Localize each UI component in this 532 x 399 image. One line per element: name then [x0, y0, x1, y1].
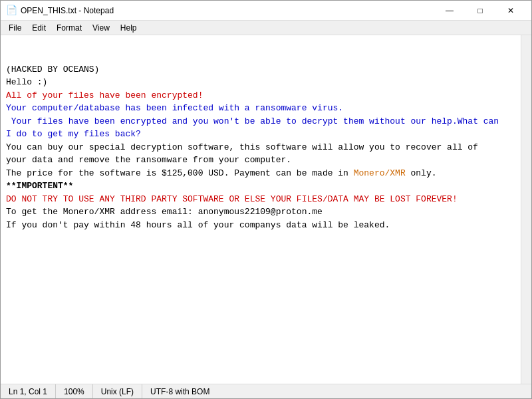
menu-edit[interactable]: Edit: [27, 22, 51, 34]
close-button[interactable]: ✕: [495, 1, 526, 21]
maximize-button[interactable]: □: [465, 1, 495, 21]
ln-col-label: Ln 1, Col 1: [9, 387, 47, 396]
app-icon: 📄: [6, 5, 17, 16]
status-bar: Ln 1, Col 1 100% Unix (LF) UTF-8 with BO…: [1, 384, 531, 398]
editor-area: (HACKED BY OCEANS) Hello :) All of your …: [1, 35, 531, 384]
title-bar: 📄 OPEN_THIS.txt - Notepad — □ ✕: [1, 1, 531, 21]
minimize-button[interactable]: —: [434, 1, 465, 21]
line-ending: Unix (LF): [93, 384, 142, 398]
encoding-label: UTF-8 with BOM: [150, 387, 209, 396]
cursor-position: Ln 1, Col 1: [1, 384, 56, 398]
line-ending-label: Unix (LF): [101, 387, 134, 396]
scrollbar[interactable]: [521, 35, 531, 384]
zoom-level: 100%: [56, 384, 93, 398]
window-controls: — □ ✕: [434, 1, 526, 21]
text-editor[interactable]: (HACKED BY OCEANS) Hello :) All of your …: [1, 35, 521, 384]
menu-format[interactable]: Format: [51, 22, 87, 34]
menu-bar: File Edit Format View Help: [1, 21, 531, 35]
zoom-label: 100%: [64, 387, 84, 396]
menu-file[interactable]: File: [3, 22, 27, 34]
menu-view[interactable]: View: [87, 22, 115, 34]
encoding: UTF-8 with BOM: [142, 384, 217, 398]
notepad-window: 📄 OPEN_THIS.txt - Notepad — □ ✕ File Edi…: [0, 0, 532, 399]
menu-help[interactable]: Help: [115, 22, 142, 34]
window-title: OPEN_THIS.txt - Notepad: [21, 6, 434, 15]
